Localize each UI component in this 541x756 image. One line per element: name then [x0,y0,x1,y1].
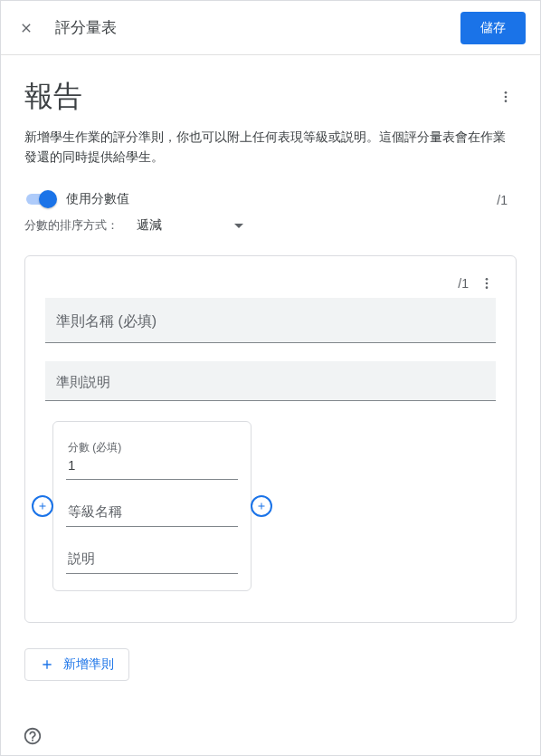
plus-icon [40,657,54,672]
use-scoring-toggle[interactable] [24,190,57,208]
criterion-more-icon[interactable] [478,274,496,292]
total-score-display: /1 [497,193,508,207]
dropdown-arrow-icon [234,224,243,228]
help-icon[interactable] [23,726,43,746]
svg-point-0 [505,91,508,94]
add-level-before-button[interactable] [32,495,53,517]
add-level-after-button[interactable] [251,495,272,517]
criterion-score-display: /1 [458,276,469,291]
use-scoring-label: 使用分數值 [66,191,129,207]
level-card: 分數 (必填) 1 等級名稱 説明 [52,421,252,591]
sort-order-select[interactable]: 遞減 [137,217,243,234]
add-criterion-label: 新增準則 [63,656,114,673]
svg-point-2 [505,100,508,102]
level-name-placeholder: 等級名稱 [68,503,236,521]
level-name-input[interactable]: 等級名稱 [66,496,238,527]
criterion-card: /1 準則名稱 (必填) 準則説明 分數 (必填) 1 等級名稱 説明 [24,255,517,623]
criterion-desc-input[interactable]: 準則説明 [45,361,496,401]
sort-order-value: 遞減 [137,217,162,234]
svg-point-5 [486,287,489,290]
level-desc-placeholder: 説明 [68,550,236,568]
svg-point-4 [486,282,489,285]
dialog-title: 評分量表 [55,17,442,38]
more-options-icon[interactable] [495,86,517,108]
add-criterion-button[interactable]: 新增準則 [24,648,129,681]
level-points-input[interactable]: 分數 (必填) 1 [66,435,238,480]
close-icon[interactable] [15,17,37,39]
sort-label: 分數的排序方式： [24,217,119,234]
svg-point-3 [486,278,489,281]
page-description: 新增學生作業的評分準則，你也可以附上任何表現等級或説明。這個評分量表會在作業發還… [24,128,517,167]
level-points-value: 1 [68,457,236,474]
level-desc-input[interactable]: 説明 [66,543,238,574]
save-button[interactable]: 儲存 [460,12,526,44]
level-points-label: 分數 (必填) [68,440,236,455]
criterion-name-input[interactable]: 準則名稱 (必填) [45,298,496,343]
page-title: 報告 [24,77,82,117]
svg-point-1 [505,96,508,99]
